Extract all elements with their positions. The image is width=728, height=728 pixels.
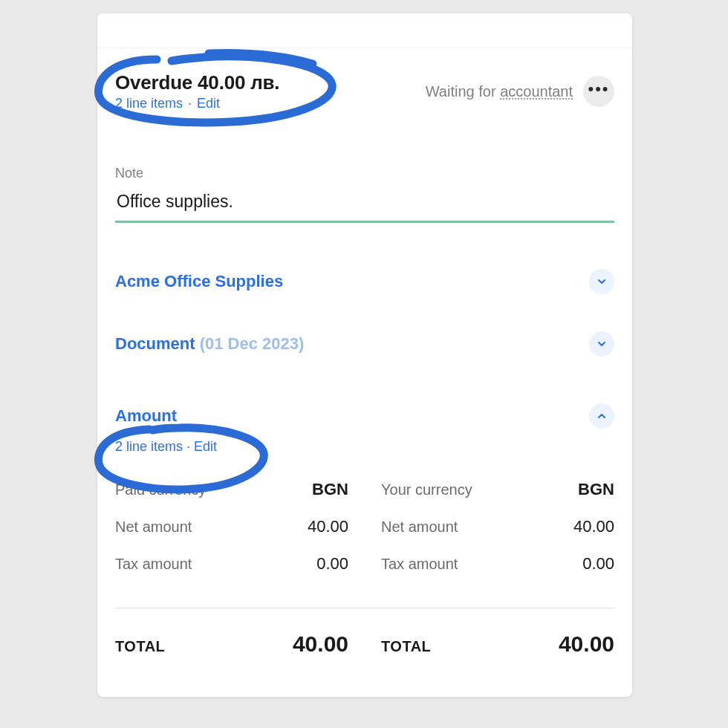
your-currency-label: Your currency	[381, 481, 472, 498]
paid-tax-value: 0.00	[316, 554, 348, 573]
paid-currency-label: Paid currency	[115, 481, 206, 498]
waiting-role-link[interactable]: accountant	[500, 83, 573, 100]
header-subline: 2 line items · Edit	[115, 96, 279, 111]
header-left: Overdue 40.00 лв. 2 line items · Edit	[115, 71, 279, 111]
paid-net-row: Net amount 40.00	[115, 517, 348, 536]
total-your: TOTAL 40.00	[381, 631, 614, 657]
your-currency-row: Your currency BGN	[381, 480, 614, 499]
total-your-label: TOTAL	[381, 638, 431, 655]
your-net-value: 40.00	[573, 517, 614, 536]
amount-edit-link[interactable]: Edit	[194, 439, 217, 454]
amount-line-items[interactable]: 2 line items	[115, 439, 183, 454]
your-tax-row: Tax amount 0.00	[381, 554, 614, 573]
amount-title-text: Amount	[115, 406, 177, 426]
total-row: TOTAL 40.00 TOTAL 40.00	[115, 631, 614, 657]
separator-dot: ·	[186, 439, 194, 454]
your-net-row: Net amount 40.00	[381, 517, 614, 536]
edit-link[interactable]: Edit	[197, 96, 220, 111]
paid-net-value: 40.00	[308, 517, 348, 536]
your-tax-label: Tax amount	[381, 556, 458, 573]
paid-tax-label: Tax amount	[115, 556, 192, 573]
note-block: Note Office supplies.	[115, 166, 614, 223]
supplier-title: Acme Office Supplies	[115, 272, 283, 291]
total-your-value: 40.00	[559, 631, 614, 657]
waiting-status: Waiting for accountant	[426, 83, 573, 100]
paid-currency-row: Paid currency BGN	[115, 480, 348, 499]
card-header: Overdue 40.00 лв. 2 line items · Edit Wa…	[115, 71, 614, 111]
total-paid: TOTAL 40.00	[115, 631, 348, 657]
paid-tax-row: Tax amount 0.00	[115, 554, 348, 573]
document-title: Document (01 Dec 2023)	[115, 334, 304, 354]
chevron-down-icon[interactable]	[589, 331, 614, 357]
document-date: (01 Dec 2023)	[200, 334, 305, 353]
ellipsis-icon: •••	[588, 81, 609, 97]
chevron-down-icon[interactable]	[589, 269, 614, 294]
total-paid-label: TOTAL	[115, 638, 165, 655]
detail-card: Overdue 40.00 лв. 2 line items · Edit Wa…	[97, 13, 632, 697]
divider	[115, 608, 614, 608]
line-items-count[interactable]: 2 line items	[115, 96, 183, 111]
note-label: Note	[115, 166, 614, 181]
overdue-amount: Overdue 40.00 лв.	[115, 71, 279, 94]
amount-columns: Paid currency BGN Net amount 40.00 Tax a…	[115, 480, 614, 591]
paid-currency-value: BGN	[312, 480, 348, 499]
total-paid-value: 40.00	[293, 631, 348, 657]
section-amount: Amount 2 line items · Edit Paid currency…	[115, 403, 614, 591]
paid-net-label: Net amount	[115, 519, 192, 536]
your-tax-value: 0.00	[582, 554, 614, 573]
amount-subline: 2 line items · Edit	[115, 439, 614, 455]
separator-dot: ·	[186, 96, 197, 111]
more-button[interactable]: •••	[583, 76, 614, 107]
chevron-up-icon[interactable]	[589, 403, 614, 429]
note-input[interactable]: Office supplies.	[115, 189, 614, 223]
amount-header[interactable]: Amount	[115, 403, 614, 429]
header-right: Waiting for accountant •••	[426, 76, 614, 107]
section-supplier[interactable]: Acme Office Supplies	[115, 269, 614, 294]
amount-col-paid: Paid currency BGN Net amount 40.00 Tax a…	[115, 480, 348, 591]
section-document[interactable]: Document (01 Dec 2023)	[115, 331, 614, 357]
your-net-label: Net amount	[381, 519, 458, 536]
your-currency-value: BGN	[578, 480, 614, 499]
amount-col-your: Your currency BGN Net amount 40.00 Tax a…	[381, 480, 614, 591]
waiting-prefix: Waiting for	[426, 83, 500, 100]
document-label: Document	[115, 334, 195, 353]
